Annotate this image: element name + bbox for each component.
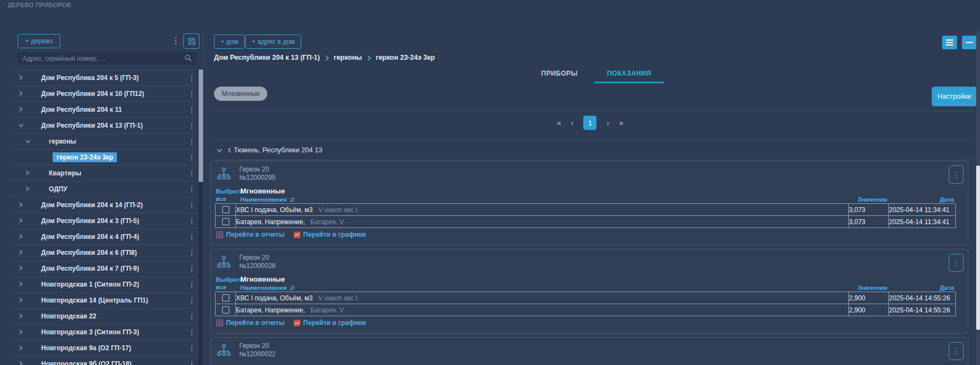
chevron-right-icon[interactable] (18, 122, 24, 129)
kebab-menu-icon[interactable]: ⋮ (188, 90, 195, 98)
kebab-menu-icon[interactable]: ⋮ (188, 344, 195, 352)
chevron-right-icon[interactable] (18, 106, 24, 113)
device-menu-button[interactable]: ⋮ (949, 342, 964, 360)
tree-item[interactable]: Дом Республики 204 к 4 (ГП-4) ⋮ (13, 229, 196, 245)
chevron-right-icon[interactable] (18, 297, 24, 304)
kebab-menu-icon[interactable]: ⋮ (188, 74, 195, 82)
row-checkbox[interactable] (222, 306, 229, 313)
tree-item-label[interactable]: геркон 23-24э 3кр (53, 152, 117, 162)
kebab-menu-icon[interactable]: ⋮ (188, 169, 195, 178)
tree-item-label[interactable]: Новгородская 9б (О2 ГП-18) (41, 360, 132, 365)
chevron-down-icon[interactable] (216, 147, 223, 153)
tree-item[interactable]: геркон 23-24э 3кр ⋮ (13, 150, 196, 166)
tree-item-label[interactable]: Новгородская 14 (Централь ГП1) (41, 296, 148, 304)
tab-readings[interactable]: ПОКАЗАНИЯ (594, 70, 664, 77)
sidebar-scrollbar[interactable] (199, 70, 203, 365)
prev-page-button[interactable]: ‹ (571, 118, 574, 127)
tree-item-label[interactable]: Дом Республики 204 к 6 (ГП8) (41, 249, 137, 256)
kebab-menu-icon[interactable]: ⋮ (188, 138, 195, 146)
kebab-menu-icon[interactable]: ⋮ (172, 36, 180, 45)
tree-item-label[interactable]: Дом Республики 204 к 3 (ГП-5) (41, 217, 139, 225)
kebab-menu-icon[interactable]: ⋮ (188, 233, 195, 241)
chevron-right-icon[interactable] (24, 170, 31, 176)
breadcrumb-item[interactable]: Дом Республики 204 к 13 (ГП-1) (214, 54, 320, 61)
kebab-menu-icon[interactable]: ⋮ (188, 106, 195, 114)
tree-item[interactable]: Дом Республика 204 к 5 (ГП-3) ⋮ (13, 70, 196, 86)
tree-item-label[interactable]: Дом Республика 204 к 5 (ГП-3) (41, 74, 139, 82)
row-checkbox[interactable] (222, 294, 229, 301)
chevron-right-icon[interactable] (18, 265, 24, 272)
tree-item[interactable]: Новгородская 9б (О2 ГП-18) ⋮ (13, 356, 196, 365)
tree-item-label[interactable]: Новгородская 9а (О2 ГП-17) (41, 344, 131, 352)
tree-item[interactable]: Квартиры ⋮ (13, 166, 196, 181)
kebab-menu-icon[interactable]: ⋮ (188, 201, 195, 209)
tree-item[interactable]: герконы ⋮ (13, 134, 196, 150)
tree-item[interactable]: Дом Республики 204 к 10 (ГП12) ⋮ (13, 86, 196, 102)
chevron-right-icon[interactable] (18, 202, 24, 208)
chevron-right-icon[interactable] (24, 138, 31, 145)
breadcrumb-item[interactable]: герконы (334, 54, 362, 61)
tree-item[interactable]: Новгородская 22 ⋮ (13, 309, 196, 324)
add-address-button[interactable]: + адрес в дом (245, 35, 301, 49)
tree-item[interactable]: ОДПУ ⋮ (13, 181, 196, 197)
tree-item-label[interactable]: Дом Республики 204 к 4 (ГП-4) (41, 233, 139, 241)
graphs-link[interactable]: Перейти в графики (294, 231, 366, 238)
tree-item[interactable]: Дом Республики 204 к 3 (ГП-5) ⋮ (13, 213, 196, 229)
filter-chip-instant[interactable]: Мгновенные (214, 87, 267, 101)
add-tree-button[interactable]: + дерево (18, 34, 60, 48)
tab-devices[interactable]: ПРИБОРЫ (525, 70, 594, 77)
kebab-menu-icon[interactable]: ⋮ (188, 328, 195, 337)
tree-item[interactable]: Новгородская 3 (Ситион ГП-3) ⋮ (13, 324, 196, 340)
tree-item[interactable]: Дом Республики 204 к 14 (ГП-2) ⋮ (13, 197, 196, 213)
device-menu-button[interactable]: ⋮ (949, 254, 964, 272)
tree-item[interactable]: Новгородская 9а (О2 ГП-17) ⋮ (13, 340, 196, 356)
row-checkbox[interactable] (222, 206, 229, 213)
chevron-right-icon[interactable] (18, 281, 24, 288)
tree-item[interactable]: Дом Республики 204 к 6 (ГП8) ⋮ (13, 245, 196, 261)
kebab-menu-icon[interactable]: ⋮ (188, 265, 195, 273)
last-page-button[interactable]: » (619, 118, 623, 127)
page-1-button[interactable]: 1 (583, 116, 596, 130)
kebab-menu-icon[interactable]: ⋮ (188, 153, 195, 162)
tree-item[interactable]: Дом Республики 204 к 11 ⋮ (13, 102, 196, 118)
tree-item[interactable]: Дом Республики 204 к 13 (ГП-1) ⋮ (13, 118, 196, 134)
tree-item-label[interactable]: Дом Республики 204 к 14 (ГП-2) (41, 201, 143, 209)
chevron-right-icon[interactable] (18, 90, 24, 97)
sort-icon[interactable] (289, 197, 295, 203)
address-group-header[interactable]: г. Тюмень, Республики 204 13 (210, 140, 975, 160)
device-menu-button[interactable]: ⋮ (949, 166, 964, 184)
tree-item-label[interactable]: Дом Республики 204 к 11 (41, 106, 122, 113)
save-tree-button[interactable] (183, 33, 200, 49)
chevron-right-icon[interactable] (18, 75, 24, 81)
chevron-right-icon[interactable] (18, 233, 24, 240)
kebab-menu-icon[interactable]: ⋮ (188, 122, 195, 130)
tree-item-label[interactable]: Новгородская 3 (Ситион ГП-3) (41, 328, 139, 336)
kebab-menu-icon[interactable]: ⋮ (188, 296, 195, 305)
chevron-right-icon[interactable] (18, 313, 24, 320)
reports-link[interactable]: Перейти в отчеты (216, 319, 285, 327)
select-all-label[interactable]: Выбрать все (216, 276, 241, 291)
graphs-link[interactable]: Перейти в графики (294, 319, 366, 327)
tree-item-label[interactable]: герконы (49, 138, 76, 145)
main-scrollbar[interactable] (976, 31, 980, 365)
tree-item[interactable]: Дом Республики 204 к 7 (ГП-9) ⋮ (13, 261, 196, 277)
kebab-menu-icon[interactable]: ⋮ (188, 249, 195, 257)
chevron-right-icon[interactable] (18, 361, 24, 365)
tree-item-label[interactable]: Дом Республики 204 к 10 (ГП12) (41, 90, 144, 98)
tree-item-label[interactable]: Дом Республики 204 к 13 (ГП-1) (41, 122, 143, 129)
tree-item-label[interactable]: Новгородская 22 (41, 312, 97, 320)
chevron-right-icon[interactable] (18, 249, 24, 256)
sort-icon[interactable] (289, 285, 295, 291)
kebab-menu-icon[interactable]: ⋮ (188, 217, 195, 225)
tree-item-label[interactable]: Новгородская 1 (Ситион ГП-2) (41, 281, 139, 288)
chevron-right-icon[interactable] (18, 329, 24, 335)
settings-button[interactable]: Настройки (932, 87, 977, 106)
tree-item-label[interactable]: Дом Республики 204 к 7 (ГП-9) (41, 265, 139, 272)
tree-item[interactable]: Новгородская 14 (Централь ГП1) ⋮ (13, 293, 196, 309)
chevron-right-icon[interactable] (18, 345, 24, 351)
next-page-button[interactable]: › (606, 118, 609, 127)
kebab-menu-icon[interactable]: ⋮ (188, 360, 195, 365)
name-column-header[interactable]: Наименования (240, 284, 295, 291)
view-list-button[interactable] (942, 36, 957, 49)
name-column-header[interactable]: Наименования (240, 196, 295, 203)
